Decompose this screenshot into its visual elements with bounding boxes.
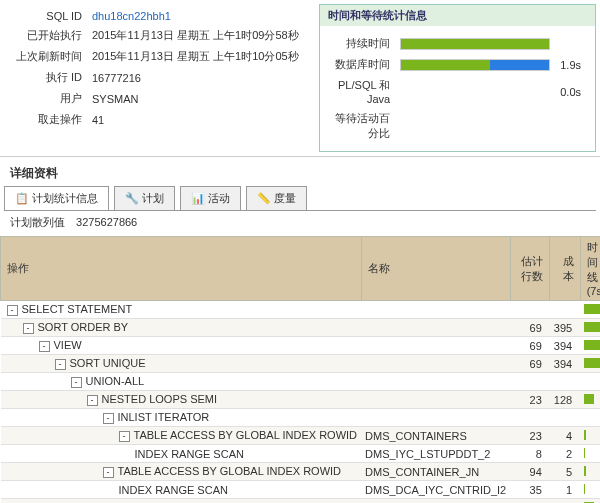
plan-row[interactable]: -VIEW69394: [1, 337, 601, 355]
stats-title: 时间和等待统计信息: [320, 5, 595, 26]
est-rows-cell: 23: [510, 427, 550, 445]
duration-bar: [400, 38, 550, 50]
fetch-value: 41: [88, 110, 303, 129]
cost-cell: 128: [550, 499, 580, 504]
est-rows-cell: [510, 301, 550, 319]
plan-row[interactable]: -NESTED LOOPS SEMI23128: [1, 391, 601, 409]
plan-hash-row: 计划散列值 3275627866: [0, 211, 600, 234]
timeline-cell: [580, 373, 600, 391]
plan-row[interactable]: -NESTED LOOPS SEMI23128: [1, 499, 601, 504]
col-timeline[interactable]: 时间线(7s): [580, 237, 600, 301]
operation-cell: -SORT ORDER BY: [1, 319, 362, 337]
name-cell: [361, 391, 510, 409]
plan-row[interactable]: INDEX RANGE SCANDMS_DCA_IYC_CNTRID_I2351: [1, 481, 601, 499]
operation-cell: -TABLE ACCESS BY GLOBAL INDEX ROWID: [1, 427, 362, 445]
user-value: SYSMAN: [88, 89, 303, 108]
toggle-icon[interactable]: -: [7, 305, 18, 316]
operation-text: INDEX RANGE SCAN: [135, 448, 244, 460]
plan-row[interactable]: -SELECT STATEMENT: [1, 301, 601, 319]
plan-row[interactable]: -UNION-ALL: [1, 373, 601, 391]
plan-row[interactable]: -TABLE ACCESS BY GLOBAL INDEX ROWIDDMS_C…: [1, 463, 601, 481]
name-cell: [361, 319, 510, 337]
header-section: SQL IDdhu18cn22hbh1 已开始执行2015年11月13日 星期五…: [0, 0, 600, 157]
est-rows-cell: 23: [510, 499, 550, 504]
plsql-label: PL/SQL 和 Java: [330, 76, 395, 107]
timeline-cell: [580, 427, 600, 445]
refresh-time-label: 上次刷新时间: [12, 47, 86, 66]
plan-icon: 🔧: [125, 192, 139, 204]
toggle-icon[interactable]: -: [71, 377, 82, 388]
timeline-bar: [584, 466, 586, 476]
operation-cell: -UNION-ALL: [1, 373, 362, 391]
operation-cell: -VIEW: [1, 337, 362, 355]
duration-label: 持续时间: [330, 34, 395, 53]
plan-row[interactable]: -INLIST ITERATOR: [1, 409, 601, 427]
activity-label: 等待活动百分比: [330, 109, 395, 143]
timeline-cell: [580, 445, 600, 463]
est-rows-cell: 35: [510, 481, 550, 499]
name-cell: [361, 373, 510, 391]
timeline-cell: [580, 355, 600, 373]
col-operation[interactable]: 操作: [1, 237, 362, 301]
refresh-time-value: 2015年11月13日 星期五 上午1时10分05秒: [88, 47, 303, 66]
toggle-icon[interactable]: -: [23, 323, 34, 334]
plan-row[interactable]: -TABLE ACCESS BY GLOBAL INDEX ROWIDDMS_C…: [1, 427, 601, 445]
operation-cell: -NESTED LOOPS SEMI: [1, 499, 362, 504]
timeline-bar: [584, 340, 600, 350]
timeline-cell: [580, 409, 600, 427]
tab-plan[interactable]: 🔧计划: [114, 186, 175, 210]
operation-cell: -SELECT STATEMENT: [1, 301, 362, 319]
sql-info-panel: SQL IDdhu18cn22hbh1 已开始执行2015年11月13日 星期五…: [0, 0, 315, 156]
col-name[interactable]: 名称: [361, 237, 510, 301]
name-cell: [361, 409, 510, 427]
name-cell: DMS_IYC_LSTUPDDT_2: [361, 445, 510, 463]
name-cell: [361, 499, 510, 504]
cost-cell: 2: [550, 445, 580, 463]
col-cost[interactable]: 成本: [550, 237, 580, 301]
timeline-cell: [580, 391, 600, 409]
plan-stats-icon: 📋: [15, 192, 29, 204]
cost-cell: 394: [550, 355, 580, 373]
plan-table: 操作 名称 估计行数 成本 时间线(7s) -SELECT STATEMENT-…: [0, 236, 600, 503]
detail-section-title: 详细资料: [0, 157, 600, 186]
toggle-icon[interactable]: -: [103, 467, 114, 478]
operation-text: SELECT STATEMENT: [22, 303, 133, 315]
col-est-rows[interactable]: 估计行数: [510, 237, 550, 301]
tab-bar: 📋计划统计信息 🔧计划 📊活动 📏度量: [4, 186, 596, 211]
stats-panel: 时间和等待统计信息 持续时间 数据库时间1.9s PL/SQL 和 Java0.…: [319, 4, 596, 152]
cost-cell: 4: [550, 427, 580, 445]
timeline-cell: [580, 301, 600, 319]
name-cell: DMS_CONTAINERS: [361, 427, 510, 445]
plan-row[interactable]: -SORT UNIQUE69394: [1, 355, 601, 373]
est-rows-cell: 69: [510, 355, 550, 373]
tab-metrics[interactable]: 📏度量: [246, 186, 307, 210]
toggle-icon[interactable]: -: [39, 341, 50, 352]
est-rows-cell: 8: [510, 445, 550, 463]
user-label: 用户: [12, 89, 86, 108]
est-rows-cell: 94: [510, 463, 550, 481]
timeline-bar: [584, 322, 600, 332]
operation-cell: INDEX RANGE SCAN: [1, 445, 362, 463]
est-rows-cell: 69: [510, 319, 550, 337]
timeline-cell: [580, 319, 600, 337]
operation-cell: -NESTED LOOPS SEMI: [1, 391, 362, 409]
tab-activity[interactable]: 📊活动: [180, 186, 241, 210]
operation-text: TABLE ACCESS BY GLOBAL INDEX ROWID: [118, 465, 342, 477]
toggle-icon[interactable]: -: [103, 413, 114, 424]
exec-id-value: 16777216: [88, 68, 303, 87]
toggle-icon[interactable]: -: [119, 431, 130, 442]
cost-cell: 395: [550, 319, 580, 337]
db-time-bar: [400, 59, 550, 71]
sql-id-link[interactable]: dhu18cn22hbh1: [92, 10, 171, 22]
plan-hash-value: 3275627866: [76, 216, 137, 228]
activity-icon: 📊: [191, 192, 205, 204]
toggle-icon[interactable]: -: [87, 395, 98, 406]
plan-row[interactable]: INDEX RANGE SCANDMS_IYC_LSTUPDDT_282: [1, 445, 601, 463]
name-cell: [361, 337, 510, 355]
plan-row[interactable]: -SORT ORDER BY69395: [1, 319, 601, 337]
toggle-icon[interactable]: -: [55, 359, 66, 370]
timeline-bar: [584, 448, 585, 458]
timeline-cell: [580, 337, 600, 355]
timeline-cell: [580, 463, 600, 481]
tab-plan-stats[interactable]: 📋计划统计信息: [4, 186, 109, 210]
